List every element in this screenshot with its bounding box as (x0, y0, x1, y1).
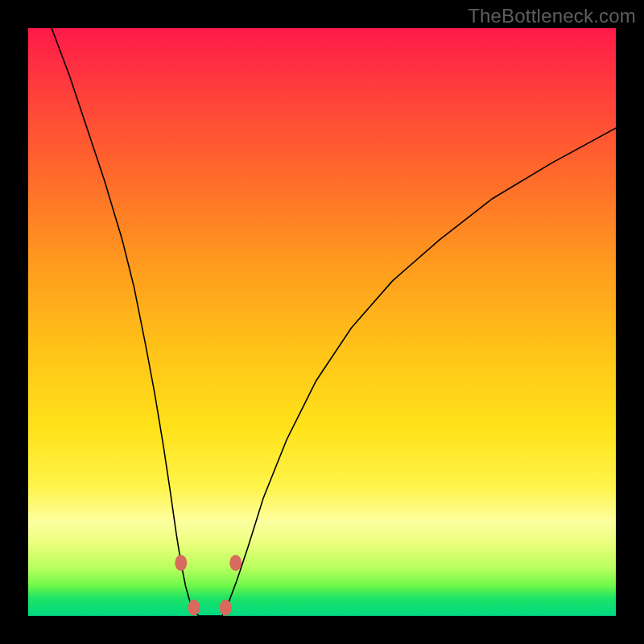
marker-left-lower (188, 600, 200, 616)
curve-svg (28, 28, 616, 616)
plot-area (28, 28, 616, 616)
marker-right-upper (229, 555, 242, 571)
bottleneck-curve (52, 28, 616, 616)
marker-left-upper (175, 555, 187, 571)
marker-right-lower (220, 600, 232, 616)
chart-frame: TheBottleneck.com (0, 0, 644, 644)
watermark-text: TheBottleneck.com (468, 5, 636, 27)
